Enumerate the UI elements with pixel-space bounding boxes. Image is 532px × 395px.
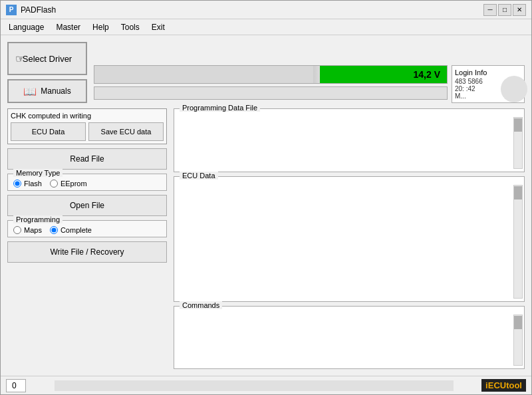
left-panel: CHK computed in writing ECU Data Save EC… bbox=[7, 108, 167, 369]
voltage-bar: 14,2 V bbox=[94, 65, 448, 84]
menu-language[interactable]: Language bbox=[3, 21, 49, 33]
commands-scrollbar[interactable] bbox=[513, 315, 523, 366]
menu-exit[interactable]: Exit bbox=[146, 21, 170, 33]
menu-bar: Language Master Help Tools Exit bbox=[1, 19, 531, 35]
programming-radios: Maps Complete bbox=[13, 226, 161, 234]
flash-radio-input[interactable] bbox=[13, 180, 21, 188]
ecu-data-content bbox=[174, 177, 524, 301]
iecutable-logo: iECUtool bbox=[481, 379, 526, 392]
write-file-button[interactable]: Write File / Recovery bbox=[7, 241, 167, 263]
cursor-icon: ☞ bbox=[15, 53, 25, 65]
right-panel: Programming Data File ECU Data bbox=[174, 108, 525, 369]
chk-buttons: ECU Data Save ECU data bbox=[11, 122, 164, 141]
close-button[interactable]: ✕ bbox=[513, 4, 526, 16]
select-driver-label: Select Driver bbox=[23, 54, 72, 64]
select-driver-button[interactable]: ☞ Select Driver bbox=[7, 42, 87, 75]
book-icon: 📖 bbox=[23, 85, 37, 98]
manuals-label: Manuals bbox=[41, 86, 70, 96]
window-title: PADFlash bbox=[21, 5, 56, 15]
title-bar: P PADFlash ─ □ ✕ bbox=[1, 1, 531, 19]
memory-type-label: Memory Type bbox=[13, 169, 63, 177]
memory-type-group: Memory Type Flash EEprom bbox=[7, 174, 167, 191]
top-area: ☞ Select Driver 📖 Manuals 14,2 V bbox=[7, 42, 525, 103]
programming-data-content bbox=[174, 109, 524, 172]
maximize-button[interactable]: □ bbox=[498, 4, 511, 16]
logo-text2: tool bbox=[506, 380, 522, 390]
complete-radio-input[interactable] bbox=[50, 226, 58, 234]
eeprom-label: EEprom bbox=[61, 180, 87, 188]
programming-data-panel: Programming Data File bbox=[174, 108, 525, 172]
open-file-button[interactable]: Open File bbox=[7, 195, 167, 216]
commands-content bbox=[174, 307, 524, 369]
ecu-scrollbar-thumb[interactable] bbox=[514, 186, 522, 199]
voltage-value: 14,2 V bbox=[414, 69, 440, 80]
ecu-data-panel: ECU Data bbox=[174, 176, 525, 302]
main-window: P PADFlash ─ □ ✕ Language Master Help To… bbox=[0, 0, 532, 395]
save-ecu-button[interactable]: Save ECU data bbox=[88, 122, 164, 141]
main-row: CHK computed in writing ECU Data Save EC… bbox=[7, 108, 525, 369]
eeprom-radio[interactable]: EEprom bbox=[50, 180, 87, 188]
flash-label: Flash bbox=[24, 180, 42, 188]
eeprom-radio-input[interactable] bbox=[50, 180, 58, 188]
manuals-button[interactable]: 📖 Manuals bbox=[7, 79, 87, 103]
scrollbar-thumb[interactable] bbox=[514, 118, 522, 132]
minimize-button[interactable]: ─ bbox=[483, 4, 497, 16]
voltage-bar2 bbox=[94, 86, 448, 100]
status-bar: 0 iECUtool bbox=[1, 376, 531, 394]
main-content: ☞ Select Driver 📖 Manuals 14,2 V bbox=[1, 35, 531, 376]
ecu-data-button[interactable]: ECU Data bbox=[11, 122, 86, 141]
top-left-controls: ☞ Select Driver 📖 Manuals bbox=[7, 42, 87, 103]
voltage-login-area: 14,2 V Login Info 483 5866 20: :42 M... bbox=[94, 65, 525, 103]
chk-section: CHK computed in writing ECU Data Save EC… bbox=[7, 108, 167, 144]
commands-scrollbar-thumb[interactable] bbox=[514, 316, 522, 329]
maps-radio[interactable]: Maps bbox=[13, 226, 42, 234]
title-bar-left: P PADFlash bbox=[6, 5, 56, 15]
maps-label: Maps bbox=[24, 226, 42, 234]
logo-text1: iECU bbox=[485, 380, 506, 390]
programming-data-scrollbar[interactable] bbox=[513, 117, 523, 169]
flash-radio[interactable]: Flash bbox=[13, 180, 42, 188]
menu-help[interactable]: Help bbox=[87, 21, 114, 33]
menu-tools[interactable]: Tools bbox=[116, 21, 145, 33]
menu-master[interactable]: Master bbox=[51, 21, 86, 33]
maps-radio-input[interactable] bbox=[13, 226, 21, 234]
programming-label: Programming bbox=[13, 215, 63, 223]
programming-group: Programming Maps Complete bbox=[7, 220, 167, 237]
complete-label: Complete bbox=[61, 226, 92, 234]
status-value: 0 bbox=[6, 379, 26, 392]
complete-radio[interactable]: Complete bbox=[50, 226, 92, 234]
login-circle bbox=[501, 76, 527, 102]
ecu-data-scrollbar[interactable] bbox=[513, 185, 523, 299]
chk-label: CHK computed in writing bbox=[11, 112, 164, 120]
login-info-panel: Login Info 483 5866 20: :42 M... bbox=[452, 65, 525, 103]
login-info-title: Login Info bbox=[455, 68, 521, 76]
read-file-button[interactable]: Read File bbox=[7, 148, 167, 170]
app-icon: P bbox=[6, 5, 17, 15]
window-controls: ─ □ ✕ bbox=[483, 4, 526, 16]
memory-type-radios: Flash EEprom bbox=[13, 180, 161, 188]
commands-panel: Commands bbox=[174, 306, 525, 370]
